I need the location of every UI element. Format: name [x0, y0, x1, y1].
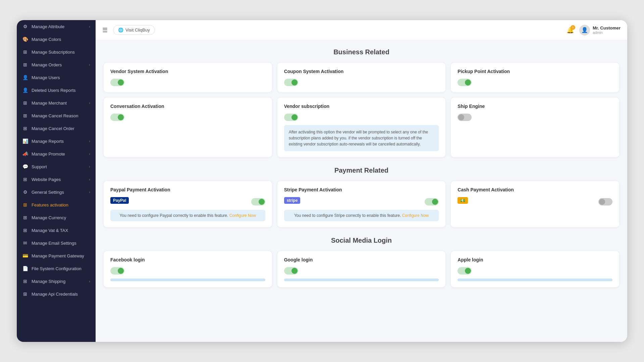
card-title-stripe-payment: Stripe Payment Activation — [284, 187, 439, 192]
toggle-stripe-payment[interactable] — [425, 198, 439, 205]
card-google-login: Google login — [277, 251, 446, 287]
chevron-icon: › — [89, 190, 90, 194]
sidebar-icon-manage-payment-gateway: 💳 — [22, 253, 28, 259]
toggle-row-vendor-system — [110, 79, 265, 86]
card-title-google-login: Google login — [284, 257, 439, 262]
card-pickup-point: Pickup Point Activation — [451, 63, 619, 92]
card-title-vendor-subscription: Vendor subscription — [284, 104, 439, 109]
toggle-pickup-point[interactable] — [458, 79, 472, 86]
card-apple-login: Apple login — [451, 251, 619, 287]
visit-cliqbuy-button[interactable]: 🌐 Visit CliqBuy — [113, 25, 155, 35]
sidebar-item-general-settings[interactable]: ⚙ General Settings › — [17, 186, 96, 198]
card-paypal-payment: Paypal Payment Activation PayPal You nee… — [104, 181, 272, 227]
payment-logo-cash-payment: 💵 — [458, 197, 468, 204]
notification-button[interactable]: 🔔 1 — [567, 26, 574, 34]
sidebar-label-manage-promote: Manage Promote — [32, 152, 89, 157]
social-section-title: Social Media Login — [104, 237, 619, 244]
toggle-apple-login[interactable] — [458, 267, 472, 275]
sidebar-item-manage-cancel-order[interactable]: ⊞ Manage Cancel Order — [17, 122, 96, 135]
sidebar-item-manage-attribute[interactable]: ⚙ Manage Attribute › — [17, 20, 96, 33]
card-title-pickup-point: Pickup Point Activation — [458, 69, 612, 74]
sidebar-item-website-pages[interactable]: ⊞ Website Pages › — [17, 173, 96, 186]
sidebar-icon-manage-orders: ⊞ — [22, 62, 28, 68]
sidebar-icon-deleted-users-reports: 👤 — [22, 87, 28, 93]
sidebar-icon-manage-shipping: ⊞ — [22, 278, 28, 284]
toggle-google-login[interactable] — [284, 267, 298, 275]
sidebar-label-manage-orders: Manage Orders — [32, 62, 89, 67]
sidebar-item-manage-cancel-reason[interactable]: ⊞ Manage Cancel Reason — [17, 109, 96, 122]
sidebar-label-manage-cancel-reason: Manage Cancel Reason — [32, 113, 90, 118]
card-vendor-system: Vendor System Activation — [104, 63, 272, 92]
hamburger-icon[interactable]: ☰ — [102, 26, 108, 34]
toggle-row-conversation — [110, 114, 265, 121]
card-title-coupon-system: Coupon System Activation — [284, 69, 439, 74]
toggle-cash-payment[interactable] — [598, 198, 612, 205]
toggle-row-vendor-subscription — [284, 114, 439, 121]
toggle-coupon-system[interactable] — [284, 79, 298, 86]
sidebar-icon-manage-cancel-reason: ⊞ — [22, 113, 28, 119]
chevron-icon: › — [89, 139, 90, 143]
sidebar-icon-features-activation: ⊞ — [22, 202, 28, 208]
card-cash-payment: Cash Payment Activation 💵 — [451, 181, 619, 227]
chevron-icon: › — [89, 165, 90, 169]
card-title-paypal-payment: Paypal Payment Activation — [110, 187, 265, 192]
sidebar-label-manage-users: Manage Users — [32, 75, 90, 80]
sidebar-icon-manage-users: 👤 — [22, 74, 28, 80]
sidebar-item-file-system-configuration[interactable]: 📄 File System Configuration — [17, 262, 96, 275]
sidebar-item-manage-reports[interactable]: 📊 Manage Reports › — [17, 135, 96, 147]
sidebar-label-manage-currency: Manage Currency — [32, 215, 90, 220]
sidebar-label-file-system-configuration: File System Configuration — [32, 266, 90, 271]
sidebar-item-manage-merchant[interactable]: ⊞ Manage Merchant › — [17, 97, 96, 109]
user-name: Mr. Customer — [593, 25, 621, 31]
sidebar-item-manage-api-credentials[interactable]: ⊞ Manage Api Credentials — [17, 288, 96, 300]
sidebar-item-features-activation[interactable]: ⊞ Features activation — [17, 198, 96, 211]
card-title-apple-login: Apple login — [458, 257, 612, 262]
toggle-vendor-subscription[interactable] — [284, 114, 298, 121]
user-menu[interactable]: 👤 Mr. Customer admin — [579, 25, 621, 36]
configure-box-paypal-payment: You need to configure Paypal correctly t… — [110, 210, 265, 221]
sidebar-label-manage-subscriptions: Manage Subscriptions — [32, 50, 90, 55]
toggle-paypal-payment[interactable] — [251, 198, 265, 205]
sidebar-label-manage-shipping: Manage Shipping — [32, 279, 89, 284]
configure-link-stripe-payment[interactable]: Configure Now — [402, 213, 429, 218]
sidebar-item-manage-promote[interactable]: 📣 Manage Promote › — [17, 147, 96, 160]
configure-link-paypal-payment[interactable]: Configure Now — [229, 213, 256, 218]
sidebar-icon-manage-vat-tax: ⊞ — [22, 227, 28, 233]
sidebar-item-manage-currency[interactable]: ⊞ Manage Currency — [17, 211, 96, 224]
sidebar-item-manage-vat-tax[interactable]: ⊞ Manage Vat & TAX — [17, 224, 96, 237]
sidebar-icon-manage-email-settings: ✉ — [22, 240, 28, 246]
header: ☰ 🌐 Visit CliqBuy 🔔 1 👤 Mr. Customer — [96, 20, 627, 40]
payment-section-title: Payment Related — [104, 167, 619, 174]
sidebar-label-manage-api-credentials: Manage Api Credentials — [32, 292, 90, 297]
sidebar-item-manage-orders[interactable]: ⊞ Manage Orders › — [17, 58, 96, 71]
toggle-ship-engine[interactable] — [458, 114, 472, 121]
sidebar-item-manage-email-settings[interactable]: ✉ Manage Email Settings — [17, 237, 96, 249]
card-ship-engine: Ship Engine — [451, 98, 619, 157]
sidebar-label-manage-reports: Manage Reports — [32, 139, 89, 144]
status-bar-facebook-login — [110, 279, 265, 281]
sidebar-item-manage-subscriptions[interactable]: ⊞ Manage Subscriptions — [17, 46, 96, 58]
sidebar-item-manage-colors[interactable]: 🎨 Manage Colors — [17, 33, 96, 46]
sidebar-item-deleted-users-reports[interactable]: 👤 Deleted Users Reports — [17, 84, 96, 97]
visit-label: Visit CliqBuy — [125, 27, 150, 33]
sidebar-item-manage-payment-gateway[interactable]: 💳 Manage Payment Gateway — [17, 249, 96, 262]
sidebar-item-manage-shipping[interactable]: ⊞ Manage Shipping › — [17, 275, 96, 288]
sidebar-label-manage-attribute: Manage Attribute — [32, 24, 89, 29]
status-bar-google-login — [284, 279, 439, 281]
chevron-icon: › — [89, 24, 90, 28]
sidebar-item-support[interactable]: 💬 Support › — [17, 160, 96, 173]
sidebar-icon-manage-reports: 📊 — [22, 138, 28, 144]
toggle-conversation[interactable] — [110, 114, 124, 121]
toggle-vendor-system[interactable] — [110, 79, 124, 86]
toggle-facebook-login[interactable] — [110, 267, 124, 275]
sidebar-label-support: Support — [32, 164, 89, 169]
toggle-row-pickup-point — [458, 79, 612, 86]
sidebar-item-manage-users[interactable]: 👤 Manage Users — [17, 71, 96, 84]
sidebar-label-manage-merchant: Manage Merchant — [32, 101, 89, 106]
globe-icon: 🌐 — [118, 27, 123, 33]
card-vendor-subscription: Vendor subscription After activating thi… — [277, 98, 446, 157]
toggle-row-coupon-system — [284, 79, 439, 86]
sidebar-label-manage-colors: Manage Colors — [32, 37, 90, 42]
card-facebook-login: Facebook login — [104, 251, 272, 287]
business-section-title: Business Related — [104, 48, 619, 56]
